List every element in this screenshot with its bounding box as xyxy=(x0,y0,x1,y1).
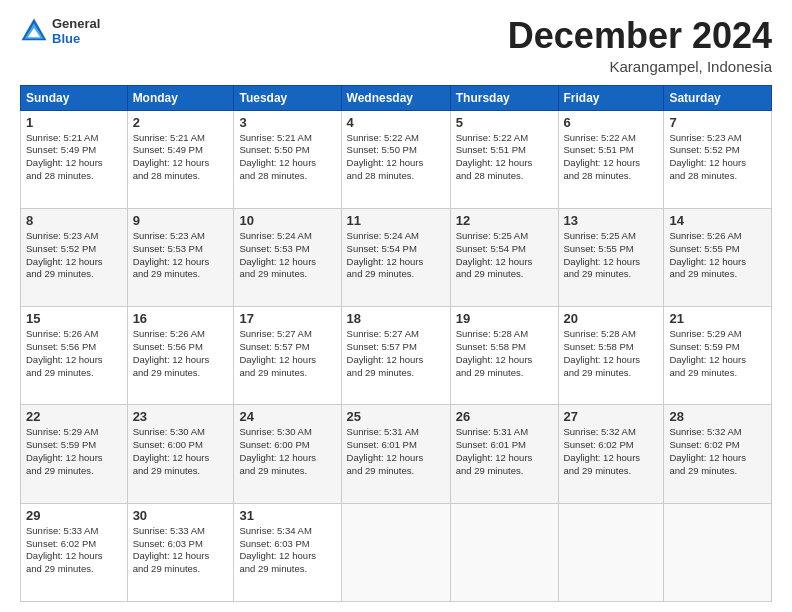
day-info: Sunrise: 5:24 AM Sunset: 5:54 PM Dayligh… xyxy=(347,230,445,281)
day-number: 2 xyxy=(133,115,229,130)
calendar-cell: 22Sunrise: 5:29 AM Sunset: 5:59 PM Dayli… xyxy=(21,405,128,503)
day-number: 9 xyxy=(133,213,229,228)
day-number: 8 xyxy=(26,213,122,228)
header-day-sunday: Sunday xyxy=(21,85,128,110)
day-info: Sunrise: 5:28 AM Sunset: 5:58 PM Dayligh… xyxy=(456,328,553,379)
day-number: 13 xyxy=(564,213,659,228)
day-info: Sunrise: 5:25 AM Sunset: 5:55 PM Dayligh… xyxy=(564,230,659,281)
day-info: Sunrise: 5:26 AM Sunset: 5:56 PM Dayligh… xyxy=(26,328,122,379)
calendar-cell: 17Sunrise: 5:27 AM Sunset: 5:57 PM Dayli… xyxy=(234,307,341,405)
day-number: 19 xyxy=(456,311,553,326)
header-day-thursday: Thursday xyxy=(450,85,558,110)
day-info: Sunrise: 5:23 AM Sunset: 5:52 PM Dayligh… xyxy=(669,132,766,183)
day-number: 16 xyxy=(133,311,229,326)
day-number: 18 xyxy=(347,311,445,326)
day-number: 30 xyxy=(133,508,229,523)
calendar-cell: 28Sunrise: 5:32 AM Sunset: 6:02 PM Dayli… xyxy=(664,405,772,503)
header: General Blue December 2024 Karangampel, … xyxy=(20,16,772,75)
calendar-header: SundayMondayTuesdayWednesdayThursdayFrid… xyxy=(21,85,772,110)
day-number: 25 xyxy=(347,409,445,424)
calendar-cell: 26Sunrise: 5:31 AM Sunset: 6:01 PM Dayli… xyxy=(450,405,558,503)
day-number: 5 xyxy=(456,115,553,130)
calendar-cell: 24Sunrise: 5:30 AM Sunset: 6:00 PM Dayli… xyxy=(234,405,341,503)
day-number: 21 xyxy=(669,311,766,326)
day-number: 7 xyxy=(669,115,766,130)
week-row-5: 29Sunrise: 5:33 AM Sunset: 6:02 PM Dayli… xyxy=(21,503,772,601)
day-number: 28 xyxy=(669,409,766,424)
day-info: Sunrise: 5:21 AM Sunset: 5:49 PM Dayligh… xyxy=(133,132,229,183)
day-info: Sunrise: 5:27 AM Sunset: 5:57 PM Dayligh… xyxy=(239,328,335,379)
week-row-4: 22Sunrise: 5:29 AM Sunset: 5:59 PM Dayli… xyxy=(21,405,772,503)
day-number: 14 xyxy=(669,213,766,228)
calendar-cell: 4Sunrise: 5:22 AM Sunset: 5:50 PM Daylig… xyxy=(341,110,450,208)
day-number: 15 xyxy=(26,311,122,326)
day-info: Sunrise: 5:33 AM Sunset: 6:03 PM Dayligh… xyxy=(133,525,229,576)
month-title: December 2024 xyxy=(508,16,772,56)
day-number: 3 xyxy=(239,115,335,130)
day-number: 23 xyxy=(133,409,229,424)
day-number: 29 xyxy=(26,508,122,523)
calendar-cell: 21Sunrise: 5:29 AM Sunset: 5:59 PM Dayli… xyxy=(664,307,772,405)
day-number: 4 xyxy=(347,115,445,130)
header-day-wednesday: Wednesday xyxy=(341,85,450,110)
day-info: Sunrise: 5:22 AM Sunset: 5:51 PM Dayligh… xyxy=(456,132,553,183)
day-info: Sunrise: 5:29 AM Sunset: 5:59 PM Dayligh… xyxy=(669,328,766,379)
day-number: 20 xyxy=(564,311,659,326)
calendar-cell xyxy=(450,503,558,601)
day-info: Sunrise: 5:21 AM Sunset: 5:50 PM Dayligh… xyxy=(239,132,335,183)
calendar-cell xyxy=(558,503,664,601)
calendar-cell: 20Sunrise: 5:28 AM Sunset: 5:58 PM Dayli… xyxy=(558,307,664,405)
calendar-cell: 1Sunrise: 5:21 AM Sunset: 5:49 PM Daylig… xyxy=(21,110,128,208)
calendar-cell: 29Sunrise: 5:33 AM Sunset: 6:02 PM Dayli… xyxy=(21,503,128,601)
calendar-cell: 11Sunrise: 5:24 AM Sunset: 5:54 PM Dayli… xyxy=(341,208,450,306)
calendar-cell: 12Sunrise: 5:25 AM Sunset: 5:54 PM Dayli… xyxy=(450,208,558,306)
calendar-cell: 19Sunrise: 5:28 AM Sunset: 5:58 PM Dayli… xyxy=(450,307,558,405)
day-number: 1 xyxy=(26,115,122,130)
calendar-cell: 7Sunrise: 5:23 AM Sunset: 5:52 PM Daylig… xyxy=(664,110,772,208)
day-number: 22 xyxy=(26,409,122,424)
day-info: Sunrise: 5:29 AM Sunset: 5:59 PM Dayligh… xyxy=(26,426,122,477)
day-info: Sunrise: 5:25 AM Sunset: 5:54 PM Dayligh… xyxy=(456,230,553,281)
week-row-1: 1Sunrise: 5:21 AM Sunset: 5:49 PM Daylig… xyxy=(21,110,772,208)
day-number: 31 xyxy=(239,508,335,523)
calendar-cell: 15Sunrise: 5:26 AM Sunset: 5:56 PM Dayli… xyxy=(21,307,128,405)
day-info: Sunrise: 5:22 AM Sunset: 5:50 PM Dayligh… xyxy=(347,132,445,183)
calendar-cell: 30Sunrise: 5:33 AM Sunset: 6:03 PM Dayli… xyxy=(127,503,234,601)
day-number: 11 xyxy=(347,213,445,228)
week-row-2: 8Sunrise: 5:23 AM Sunset: 5:52 PM Daylig… xyxy=(21,208,772,306)
calendar-cell: 10Sunrise: 5:24 AM Sunset: 5:53 PM Dayli… xyxy=(234,208,341,306)
calendar-cell: 2Sunrise: 5:21 AM Sunset: 5:49 PM Daylig… xyxy=(127,110,234,208)
calendar-cell: 6Sunrise: 5:22 AM Sunset: 5:51 PM Daylig… xyxy=(558,110,664,208)
calendar-cell: 18Sunrise: 5:27 AM Sunset: 5:57 PM Dayli… xyxy=(341,307,450,405)
day-info: Sunrise: 5:32 AM Sunset: 6:02 PM Dayligh… xyxy=(564,426,659,477)
day-info: Sunrise: 5:23 AM Sunset: 5:53 PM Dayligh… xyxy=(133,230,229,281)
day-info: Sunrise: 5:30 AM Sunset: 6:00 PM Dayligh… xyxy=(239,426,335,477)
day-info: Sunrise: 5:22 AM Sunset: 5:51 PM Dayligh… xyxy=(564,132,659,183)
header-day-friday: Friday xyxy=(558,85,664,110)
day-number: 27 xyxy=(564,409,659,424)
day-info: Sunrise: 5:23 AM Sunset: 5:52 PM Dayligh… xyxy=(26,230,122,281)
calendar-cell: 13Sunrise: 5:25 AM Sunset: 5:55 PM Dayli… xyxy=(558,208,664,306)
day-info: Sunrise: 5:27 AM Sunset: 5:57 PM Dayligh… xyxy=(347,328,445,379)
title-area: December 2024 Karangampel, Indonesia xyxy=(508,16,772,75)
day-info: Sunrise: 5:31 AM Sunset: 6:01 PM Dayligh… xyxy=(347,426,445,477)
day-number: 24 xyxy=(239,409,335,424)
day-info: Sunrise: 5:34 AM Sunset: 6:03 PM Dayligh… xyxy=(239,525,335,576)
day-number: 6 xyxy=(564,115,659,130)
calendar-cell: 23Sunrise: 5:30 AM Sunset: 6:00 PM Dayli… xyxy=(127,405,234,503)
calendar-cell xyxy=(664,503,772,601)
header-day-monday: Monday xyxy=(127,85,234,110)
logo-icon xyxy=(20,17,48,45)
day-number: 26 xyxy=(456,409,553,424)
header-day-tuesday: Tuesday xyxy=(234,85,341,110)
day-info: Sunrise: 5:33 AM Sunset: 6:02 PM Dayligh… xyxy=(26,525,122,576)
calendar-cell: 9Sunrise: 5:23 AM Sunset: 5:53 PM Daylig… xyxy=(127,208,234,306)
page: General Blue December 2024 Karangampel, … xyxy=(0,0,792,612)
calendar-body: 1Sunrise: 5:21 AM Sunset: 5:49 PM Daylig… xyxy=(21,110,772,601)
day-info: Sunrise: 5:26 AM Sunset: 5:55 PM Dayligh… xyxy=(669,230,766,281)
week-row-3: 15Sunrise: 5:26 AM Sunset: 5:56 PM Dayli… xyxy=(21,307,772,405)
calendar-cell: 25Sunrise: 5:31 AM Sunset: 6:01 PM Dayli… xyxy=(341,405,450,503)
calendar-cell: 16Sunrise: 5:26 AM Sunset: 5:56 PM Dayli… xyxy=(127,307,234,405)
header-row: SundayMondayTuesdayWednesdayThursdayFrid… xyxy=(21,85,772,110)
calendar-cell xyxy=(341,503,450,601)
